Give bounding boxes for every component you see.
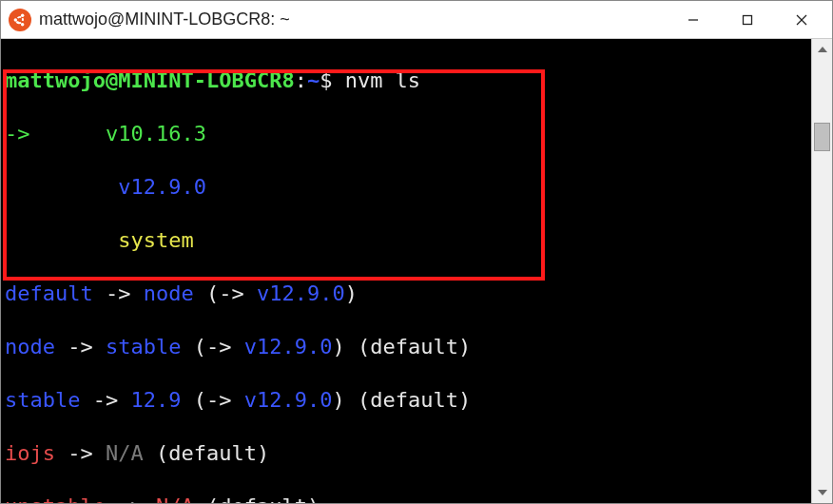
minimize-button[interactable] <box>666 2 720 38</box>
scroll-up-icon[interactable] <box>812 39 832 60</box>
svg-rect-4 <box>743 15 751 24</box>
output-line: default -> node (-> v12.9.0) <box>5 281 811 307</box>
terminal-output[interactable]: mattwojo@MININT-LOBGCR8:~$ nvm ls -> v10… <box>1 39 811 503</box>
scroll-down-icon[interactable] <box>812 482 832 503</box>
prompt-path: ~ <box>307 68 320 92</box>
svg-point-0 <box>14 18 17 21</box>
output-line: v12.9.0 <box>5 174 811 201</box>
svg-marker-8 <box>818 490 827 495</box>
output-line: stable -> 12.9 (-> v12.9.0) (default) <box>5 387 811 414</box>
window-titlebar: mattwojo@MININT-LOBGCR8: ~ <box>1 1 832 39</box>
prompt-line: mattwojo@MININT-LOBGCR8:~$ nvm ls <box>5 68 811 94</box>
output-line: system <box>5 227 811 254</box>
terminal-container: mattwojo@MININT-LOBGCR8:~$ nvm ls -> v10… <box>1 39 832 503</box>
output-line: unstable -> N/A (default) <box>5 494 811 503</box>
scrollbar[interactable] <box>811 39 832 503</box>
scroll-thumb[interactable] <box>814 123 830 151</box>
window-title: mattwojo@MININT-LOBGCR8: ~ <box>39 10 666 29</box>
output-line: node -> stable (-> v12.9.0) (default) <box>5 334 811 360</box>
svg-marker-7 <box>818 47 827 52</box>
output-line: iojs -> N/A (default) <box>5 440 811 467</box>
output-line: -> v10.16.3 <box>5 121 811 147</box>
window-controls <box>666 2 828 38</box>
command-text: nvm ls <box>345 68 420 92</box>
prompt-userhost: mattwojo@MININT-LOBGCR8 <box>5 68 295 92</box>
close-button[interactable] <box>774 2 828 38</box>
ubuntu-icon <box>9 9 31 31</box>
maximize-button[interactable] <box>720 2 774 38</box>
